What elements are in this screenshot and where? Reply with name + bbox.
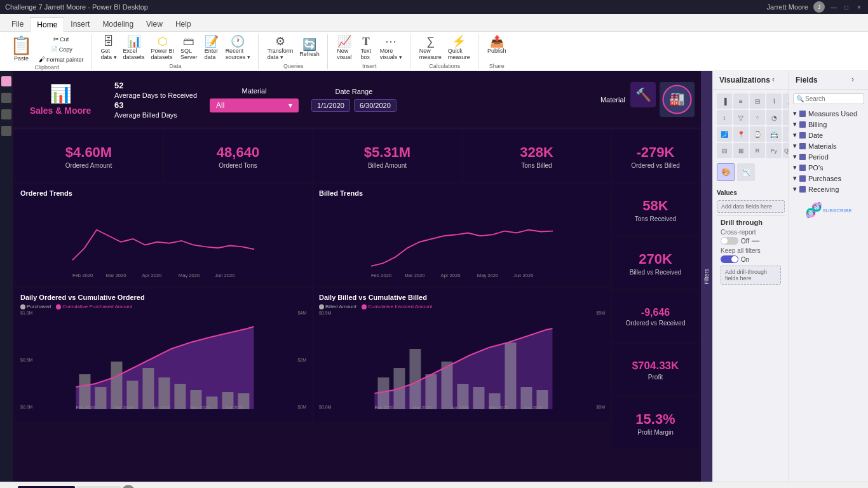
add-page-button[interactable]: + (122, 485, 135, 489)
values-box[interactable]: Add data fields here (717, 200, 785, 213)
dax-query-icon[interactable] (1, 126, 11, 136)
svg-text:Mar 2020: Mar 2020 (105, 273, 126, 278)
field-group-period[interactable]: ▾ Period (789, 151, 868, 162)
field-group-purchases[interactable]: ▾ Purchases (789, 173, 868, 184)
model-view-icon[interactable] (1, 109, 11, 119)
material-icon-group: Material 🔨 🏭 (600, 82, 695, 117)
material-dropdown[interactable]: All ▾ (210, 98, 299, 112)
receiving-db-icon (799, 186, 806, 193)
tab-view[interactable]: View (140, 17, 169, 31)
field-group-measures[interactable]: ▾ Measures Used (789, 108, 868, 119)
ribbon-group-clipboard: 📋 Paste ✂Cut 📄Copy 🖌Format painter Clipb… (3, 34, 92, 69)
sql-button[interactable]: 🗃SQLServer (178, 34, 200, 62)
tab-page1[interactable]: 📄 Page 1 (76, 486, 121, 489)
powerbi-button[interactable]: ⬡Power BIdatasets (149, 34, 177, 62)
tab-breakdown[interactable]: 📊 Breakdown (18, 486, 75, 489)
refresh-button[interactable]: 🔄Refresh (297, 34, 322, 62)
text-box-button[interactable]: 𝐓Textbox (356, 34, 376, 62)
fields-search-box[interactable]: 🔍 (793, 93, 864, 104)
viz-stacked-bar-icon[interactable]: ≡ (733, 93, 749, 109)
tab-modeling[interactable]: Modeling (96, 17, 140, 31)
filters-panel[interactable]: Filters (701, 71, 712, 482)
viz-card-icon[interactable]: 📇 (766, 126, 782, 142)
fields-panel-collapse[interactable]: › (851, 75, 862, 85)
subscribe-icon[interactable]: 🧬 (805, 202, 822, 219)
date-end-input[interactable]: 6/30/2020 (354, 99, 397, 112)
excel-button[interactable]: 📊Exceldatasets (121, 34, 147, 62)
viz-bar-icon[interactable]: ▐ (717, 93, 732, 109)
get-data-button[interactable]: 🗄Getdata ▾ (98, 34, 119, 62)
field-group-period-label: Period (808, 153, 829, 161)
tab-home[interactable]: Home (30, 17, 64, 32)
drill-placeholder-box[interactable]: Add drill-through fields here (721, 266, 781, 285)
tab-file[interactable]: File (5, 17, 30, 31)
data-group-label: Data (98, 63, 253, 69)
new-visual-button[interactable]: 📈Newvisual (334, 34, 355, 62)
enter-data-button[interactable]: 📝Enterdata (201, 34, 222, 62)
viz-azure-map-icon[interactable]: 📍 (733, 126, 749, 142)
data-view-icon[interactable] (1, 93, 11, 103)
ribbon-group-share: 📤Publish Share (480, 34, 514, 69)
field-group-date[interactable]: ▾ Date (789, 130, 868, 140)
fields-search-input[interactable] (805, 95, 861, 102)
daily-ordered-svg: Feb 2020 Mar 2020 Apr 2020 May 2020 Jun … (34, 311, 296, 409)
viz-format-icon[interactable]: 🎨 (717, 163, 735, 181)
cut-button[interactable]: ✂Cut (36, 34, 86, 44)
viz-funnel-icon[interactable]: ▽ (733, 110, 749, 125)
tab-help[interactable]: Help (169, 17, 198, 31)
viz-table-icon[interactable]: ⊟ (717, 143, 732, 158)
minimize-btn[interactable]: — (830, 3, 837, 11)
report-view-icon[interactable] (1, 76, 11, 86)
svg-text:Apr 2020: Apr 2020 (142, 273, 162, 278)
copy-button[interactable]: 📄Copy (36, 44, 86, 54)
viz-waterfall-icon[interactable]: ↕ (717, 110, 732, 125)
keep-filters-toggle[interactable] (721, 255, 738, 263)
format-painter-button[interactable]: 🖌Format painter (36, 55, 86, 64)
transform-button[interactable]: ⚙Transformdata ▾ (265, 34, 296, 62)
kpi-profit: $704.33K Profit (613, 344, 698, 395)
viz-clustered-bar-icon[interactable]: ⊟ (750, 93, 765, 109)
new-measure-icon: ∑ (426, 36, 435, 47)
window-controls[interactable]: — □ × (830, 3, 863, 11)
field-group-materials[interactable]: ▾ Materials (789, 140, 868, 151)
quick-measure-button[interactable]: ⚡Quickmeasure (445, 34, 473, 62)
field-group-billing[interactable]: ▾ Billing (789, 119, 868, 130)
viz-pie-icon[interactable]: ◔ (766, 110, 782, 125)
publish-button[interactable]: 📤Publish (485, 34, 509, 55)
excel-icon: 📊 (127, 36, 141, 47)
viz-qna-icon[interactable]: Q&A (783, 143, 789, 158)
viz-matrix-icon[interactable]: ⊞ (733, 143, 749, 158)
field-group-pos[interactable]: ▾ PO's (789, 162, 868, 173)
field-group-receiving[interactable]: ▾ Receiving (789, 184, 868, 194)
viz-gauge-icon[interactable]: ⌚ (750, 126, 765, 142)
fields-panel-header: Fields › (789, 71, 868, 90)
viz-panel-collapse[interactable]: ‹ (772, 75, 782, 85)
hammer-icon[interactable]: 🔨 (630, 82, 656, 107)
more-visuals-button[interactable]: ⋯Morevisuals ▾ (377, 34, 405, 62)
recent-sources-button[interactable]: 🕐Recentsources ▾ (223, 34, 253, 62)
date-db-icon (799, 132, 806, 139)
viz-analytics-icon[interactable]: 📉 (737, 163, 755, 181)
daily-ordered-chart-body: $1.0M $0.5M $0.0M (20, 311, 306, 409)
new-measure-button[interactable]: ∑Newmeasure (417, 34, 444, 62)
viz-donut-icon[interactable]: ○ (783, 110, 789, 125)
viz-py-icon[interactable]: Py (766, 143, 782, 158)
viz-filled-map-icon[interactable]: 🗾 (717, 126, 732, 142)
viz-line-icon[interactable]: ⌇ (766, 93, 782, 109)
enter-data-label: Enterdata (205, 48, 219, 60)
cross-report-toggle[interactable] (721, 237, 738, 245)
get-data-icon: 🗄 (103, 36, 114, 47)
viz-area-icon[interactable]: △ (783, 93, 789, 109)
more-visuals-icon: ⋯ (385, 36, 397, 47)
date-start-input[interactable]: 1/1/2020 (311, 99, 350, 112)
subscribe-label[interactable]: SUBSCRIBE (822, 208, 851, 214)
close-btn[interactable]: × (855, 3, 863, 11)
restore-btn[interactable]: □ (843, 3, 850, 11)
viz-r-icon[interactable]: R (750, 143, 765, 158)
viz-scatter-icon[interactable]: ⁘ (750, 110, 765, 125)
right-kpi-column: -279K Ordered vs Billed 58K Tons Receive… (613, 131, 698, 479)
viz-multicard-icon[interactable]: 🃏 (783, 126, 789, 142)
field-group-purchases-label: Purchases (808, 175, 841, 182)
paste-button[interactable]: 📋 Paste (8, 34, 35, 64)
tab-insert[interactable]: Insert (64, 17, 96, 31)
